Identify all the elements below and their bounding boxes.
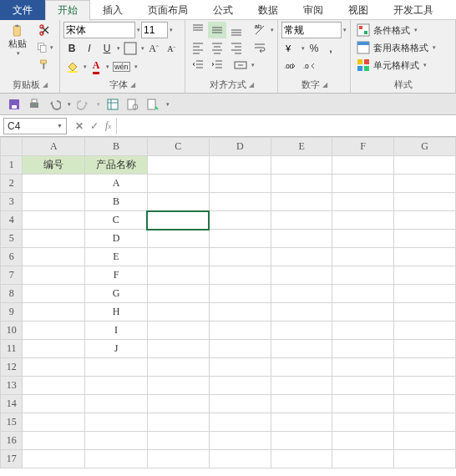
comma-button[interactable]: ,: [323, 40, 342, 57]
phonetic-button[interactable]: wén: [110, 58, 133, 75]
font-name-input[interactable]: [63, 22, 135, 38]
cell[interactable]: [23, 450, 85, 468]
cell[interactable]: [393, 211, 455, 230]
cell[interactable]: D: [85, 230, 148, 248]
cell[interactable]: H: [85, 303, 148, 322]
cell[interactable]: [332, 413, 394, 432]
cell[interactable]: [147, 211, 209, 230]
fx-icon[interactable]: fx: [105, 119, 111, 132]
cell[interactable]: [271, 395, 332, 413]
row-header[interactable]: 7: [1, 266, 23, 285]
cell[interactable]: [332, 193, 394, 211]
cell[interactable]: [147, 413, 209, 432]
row-header[interactable]: 9: [1, 303, 23, 322]
cell[interactable]: [23, 285, 85, 303]
col-header[interactable]: B: [85, 138, 148, 156]
tab-review[interactable]: 审阅: [291, 0, 336, 20]
redo-button[interactable]: [76, 97, 91, 112]
cell[interactable]: [393, 450, 455, 468]
cell[interactable]: [147, 156, 209, 175]
col-header[interactable]: E: [271, 138, 332, 156]
cell[interactable]: [147, 358, 209, 377]
dialog-launcher-icon[interactable]: ◢: [322, 81, 327, 89]
dialog-launcher-icon[interactable]: ◢: [249, 81, 254, 89]
align-left-button[interactable]: [189, 39, 207, 56]
cell[interactable]: [147, 285, 209, 303]
paste-button[interactable]: 粘贴 ▾: [3, 22, 32, 58]
cell[interactable]: [332, 266, 394, 285]
cell[interactable]: [332, 340, 394, 358]
undo-button[interactable]: [47, 97, 62, 112]
cell[interactable]: [393, 156, 455, 175]
select-all[interactable]: [1, 138, 23, 156]
cell[interactable]: [393, 322, 455, 340]
wrap-text-button[interactable]: [251, 39, 269, 56]
cell[interactable]: [85, 432, 148, 450]
cell[interactable]: [85, 413, 148, 432]
currency-button[interactable]: ¥: [281, 40, 300, 57]
enter-icon[interactable]: ✓: [90, 120, 99, 132]
row-header[interactable]: 10: [1, 322, 23, 340]
cell[interactable]: [209, 156, 271, 175]
align-center-button[interactable]: [208, 39, 226, 56]
cell[interactable]: 产品名称: [85, 156, 148, 175]
cell[interactable]: [85, 450, 148, 468]
row-header[interactable]: 6: [1, 248, 23, 266]
cell[interactable]: [271, 175, 332, 193]
worksheet[interactable]: ABCDEFG1编号产品名称2A3B4C5D6E7F8G9H10I11J1213…: [0, 137, 456, 468]
cell[interactable]: [23, 395, 85, 413]
row-header[interactable]: 5: [1, 230, 23, 248]
font-size-input[interactable]: [141, 22, 168, 38]
cell[interactable]: [147, 432, 209, 450]
row-header[interactable]: 2: [1, 175, 23, 193]
cell[interactable]: [271, 450, 332, 468]
cell[interactable]: [147, 230, 209, 248]
row-header[interactable]: 14: [1, 395, 23, 413]
cell[interactable]: [393, 248, 455, 266]
cell[interactable]: [23, 322, 85, 340]
cell[interactable]: [209, 358, 271, 377]
cell[interactable]: B: [85, 193, 148, 211]
cell[interactable]: [23, 211, 85, 230]
row-header[interactable]: 17: [1, 450, 23, 468]
row-header[interactable]: 12: [1, 358, 23, 377]
number-format-select[interactable]: [281, 22, 342, 38]
cell[interactable]: [271, 211, 332, 230]
cell[interactable]: [271, 303, 332, 322]
cell[interactable]: [209, 193, 271, 211]
cell[interactable]: [332, 248, 394, 266]
cell[interactable]: C: [85, 211, 148, 230]
cell[interactable]: [147, 377, 209, 395]
cell[interactable]: [209, 377, 271, 395]
tab-insert[interactable]: 插入: [90, 0, 135, 20]
cell[interactable]: [393, 340, 455, 358]
tab-view[interactable]: 视图: [336, 0, 381, 20]
qat-btn-3[interactable]: [145, 97, 160, 112]
decrease-decimal-button[interactable]: .0: [301, 58, 319, 75]
align-top-button[interactable]: [189, 22, 207, 38]
cell[interactable]: [393, 285, 455, 303]
cell[interactable]: [332, 377, 394, 395]
cell[interactable]: [147, 450, 209, 468]
align-middle-button[interactable]: [208, 22, 226, 38]
cell[interactable]: [209, 248, 271, 266]
cell-styles-button[interactable]: 单元格样式▾: [354, 57, 429, 73]
print-button[interactable]: [27, 97, 42, 112]
conditional-format-button[interactable]: 条件格式▾: [354, 22, 420, 38]
align-right-button[interactable]: [227, 39, 246, 56]
cell[interactable]: [209, 340, 271, 358]
cell[interactable]: [332, 156, 394, 175]
cut-button[interactable]: [36, 22, 54, 38]
formula-input[interactable]: [116, 118, 456, 134]
cell[interactable]: 编号: [23, 156, 85, 175]
row-header[interactable]: 3: [1, 193, 23, 211]
name-box[interactable]: C4 ▼: [3, 118, 67, 134]
cell[interactable]: [147, 266, 209, 285]
cell[interactable]: [393, 413, 455, 432]
cell[interactable]: [393, 266, 455, 285]
cell[interactable]: [393, 432, 455, 450]
cell[interactable]: [209, 230, 271, 248]
tab-file[interactable]: 文件: [0, 0, 45, 20]
cell[interactable]: G: [85, 285, 148, 303]
cell[interactable]: [209, 450, 271, 468]
